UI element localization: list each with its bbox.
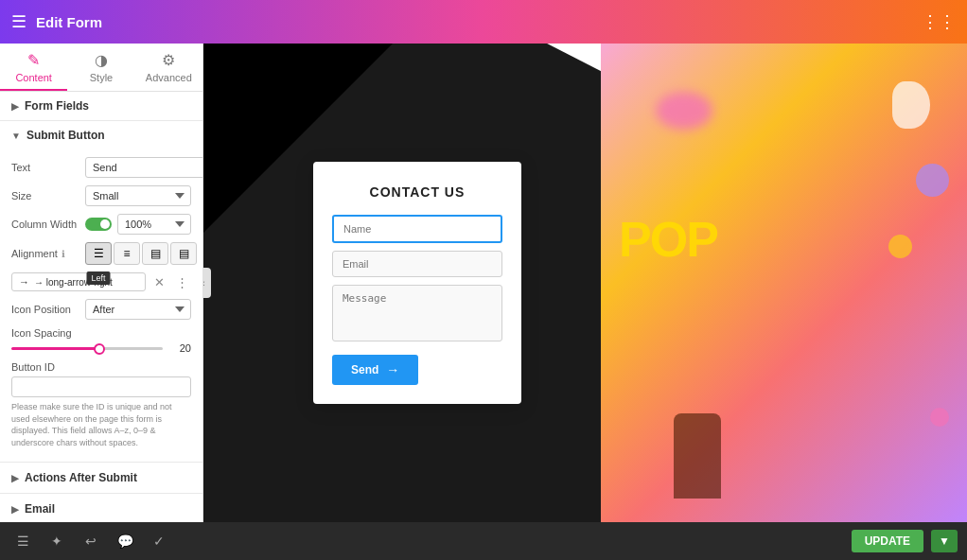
button-id-row: Button ID Please make sure the ID is uni…	[11, 361, 191, 448]
submit-section-content: Text Size Small Medium Large Column Widt…	[0, 149, 202, 462]
header-title: Edit Form	[36, 14, 102, 30]
submit-button-label: Submit Button	[26, 129, 105, 142]
icon-selector-box[interactable]: → → long-arrow-right	[11, 272, 146, 291]
toolbar-check-btn[interactable]: ✓	[146, 528, 172, 554]
grid-icon[interactable]: ⋮⋮	[922, 11, 956, 32]
size-field-label: Size	[11, 190, 79, 201]
send-button-label: Send	[351, 363, 378, 376]
icon-position-label: Icon Position	[11, 304, 79, 315]
slider-container: 20	[11, 342, 191, 354]
icon-position-select[interactable]: After Before	[85, 299, 191, 320]
photo-area: POP	[601, 44, 967, 522]
align-right-btn[interactable]: ▤	[142, 242, 168, 265]
align-left-icon: ☰	[94, 247, 104, 260]
alignment-row: Alignment ℹ ☰ Left ≡ ▤	[11, 242, 191, 265]
form-fields-arrow: ▶	[11, 101, 19, 112]
tab-content[interactable]: ✎ Content	[0, 44, 67, 91]
icon-arrow-symbol: →	[19, 276, 29, 288]
fluffy-decoration	[656, 92, 712, 130]
photo-background: POP	[601, 44, 967, 522]
right-content: POP CONTACT US Send → ‹	[203, 44, 967, 522]
pink-blob	[930, 408, 949, 427]
update-button[interactable]: UPDATE	[852, 530, 923, 552]
content-tab-icon: ✎	[27, 51, 40, 69]
size-row: Size Small Medium Large	[11, 185, 191, 206]
form-name-input[interactable]	[332, 215, 502, 243]
collapse-icon: ‹	[203, 278, 205, 289]
toolbar-comments-btn[interactable]: 💬	[112, 528, 138, 554]
column-width-label: Column Width	[11, 219, 79, 230]
slider-thumb	[94, 343, 105, 355]
email-arrow: ▶	[11, 504, 19, 515]
header-left: ☰ Edit Form	[11, 11, 102, 32]
header: ☰ Edit Form ⋮⋮	[0, 0, 967, 44]
tab-advanced-label: Advanced	[146, 72, 192, 83]
left-panel: ✎ Content ◑ Style ⚙ Advanced ▶ Form Fiel…	[0, 44, 203, 522]
form-message-textarea[interactable]	[332, 285, 502, 341]
yellow-blob	[888, 235, 912, 258]
actions-label: Actions After Submit	[25, 471, 137, 484]
icon-remove-btn[interactable]: ✕	[149, 272, 168, 291]
tab-style[interactable]: ◑ Style	[67, 44, 134, 91]
hamburger-icon[interactable]: ☰	[11, 11, 26, 32]
bottom-toolbar: ☰ ✦ ↩ 💬 ✓ UPDATE ▼	[0, 522, 967, 560]
actions-section-header[interactable]: ▶ Actions After Submit	[0, 463, 202, 494]
toolbar-settings-btn[interactable]: ✦	[44, 528, 70, 554]
main-layout: ✎ Content ◑ Style ⚙ Advanced ▶ Form Fiel…	[0, 44, 967, 522]
email-section-header[interactable]: ▶ Email	[0, 494, 202, 522]
button-id-help: Please make sure the ID is unique and no…	[11, 401, 191, 448]
toolbar-menu-btn[interactable]: ☰	[9, 528, 36, 554]
icon-spacing-label: Icon Spacing	[11, 327, 191, 339]
align-center-btn[interactable]: ≡	[114, 242, 140, 265]
form-fields-section: ▶ Form Fields	[0, 92, 202, 121]
update-arrow-button[interactable]: ▼	[931, 530, 958, 552]
email-label: Email	[25, 502, 55, 516]
align-justify-btn[interactable]: ▤	[170, 242, 197, 265]
figure-decoration	[674, 413, 721, 499]
align-center-icon: ≡	[123, 247, 130, 260]
submit-button-section: ▼ Submit Button Text Size Small Medium L…	[0, 121, 202, 463]
size-field-select[interactable]: Small Medium Large	[85, 185, 191, 206]
text-field-input[interactable]	[85, 157, 203, 178]
icon-spacing-slider[interactable]	[11, 347, 163, 350]
tab-style-label: Style	[90, 72, 113, 83]
alignment-buttons: ☰ Left ≡ ▤ ▤	[85, 242, 197, 265]
alignment-label: Alignment ℹ	[11, 248, 79, 259]
icon-options-btn[interactable]: ⋮	[172, 272, 191, 291]
toolbar-undo-btn[interactable]: ↩	[78, 528, 104, 554]
tab-content-label: Content	[15, 72, 52, 83]
align-justify-icon: ▤	[179, 247, 189, 260]
column-width-toggle[interactable]	[85, 218, 112, 231]
tab-bar: ✎ Content ◑ Style ⚙ Advanced	[0, 44, 202, 92]
purple-blob	[916, 164, 949, 197]
text-field-label: Text	[11, 162, 79, 173]
submit-button-header[interactable]: ▼ Submit Button	[0, 121, 202, 149]
form-email-input[interactable]	[332, 251, 502, 277]
send-button[interactable]: Send →	[332, 355, 418, 385]
panel-collapse-handle[interactable]: ‹	[203, 268, 211, 298]
icon-position-row: Icon Position After Before	[11, 299, 191, 320]
form-fields-header[interactable]: ▶ Form Fields	[0, 92, 202, 120]
unicorn-decoration	[892, 81, 930, 129]
style-tab-icon: ◑	[95, 51, 108, 69]
advanced-tab-icon: ⚙	[162, 51, 175, 69]
text-row: Text	[11, 157, 191, 178]
actions-arrow: ▶	[11, 473, 19, 483]
submit-arrow: ▼	[11, 131, 21, 141]
button-id-label: Button ID	[11, 361, 191, 373]
align-left-tooltip: Left	[86, 271, 110, 285]
send-arrow-icon: →	[386, 362, 399, 377]
column-width-select[interactable]: 100%	[117, 214, 191, 235]
form-fields-label: Form Fields	[25, 99, 89, 113]
pop-text-decoration: POP	[619, 211, 717, 268]
form-preview-card: CONTACT US Send →	[313, 162, 521, 404]
column-width-row: Column Width 100%	[11, 214, 191, 235]
slider-value: 20	[170, 342, 191, 354]
tab-advanced[interactable]: ⚙ Advanced	[135, 44, 202, 91]
alignment-info-icon: ℹ	[62, 249, 65, 259]
icon-spacing-row: Icon Spacing 20	[11, 327, 191, 354]
align-left-btn[interactable]: ☰ Left	[85, 242, 112, 265]
button-id-input[interactable]	[11, 376, 191, 397]
form-card-title: CONTACT US	[332, 184, 502, 200]
align-right-icon: ▤	[150, 247, 161, 260]
